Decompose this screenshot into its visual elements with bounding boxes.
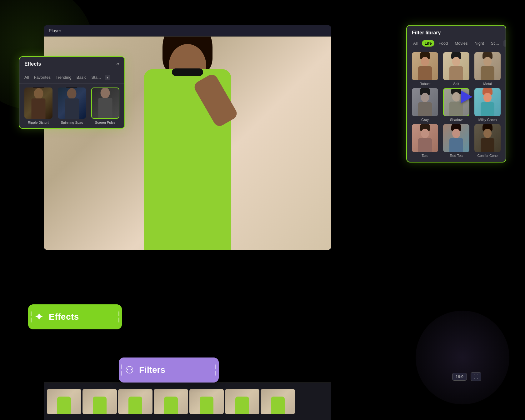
filters-grip-line-3 [215, 364, 216, 369]
aspect-ratio-button[interactable]: 16:9 [452, 373, 467, 381]
timeline-thumb-1 [47, 389, 81, 414]
filter-thumb-metal [474, 52, 501, 80]
filter-thumb-red-tea [443, 124, 469, 152]
cursor-arrow [461, 91, 472, 103]
effects-grip-right [118, 311, 119, 322]
effect-thumb-ripple [24, 88, 52, 119]
filter-label-salt: Salt [453, 82, 459, 86]
filter-item-red-tea[interactable]: Red Tea [442, 124, 471, 158]
effects-star-icon: ✦ [34, 311, 44, 322]
grip-line-1 [31, 311, 32, 316]
filter-fig-milky [481, 88, 494, 116]
filter-item-metal[interactable]: Metal [473, 52, 502, 86]
filter-tab-movies[interactable]: Movies [452, 40, 470, 47]
filter-item-robust[interactable]: Robust [411, 52, 439, 86]
effect-item-ripple[interactable]: Ripple Distorti [23, 88, 54, 124]
filter-fig-metal [481, 52, 494, 80]
timeline-bar [44, 382, 331, 420]
filter-tab-sc[interactable]: Sc... [488, 40, 502, 47]
filter-panel-title: Filter library [412, 30, 441, 35]
filter-item-milky-green[interactable]: Milky Green [473, 88, 502, 122]
filter-grid: Robust Salt Metal [407, 50, 506, 162]
filter-tab-all[interactable]: All [411, 40, 420, 47]
filter-label-gray: Gray [421, 118, 429, 122]
filters-grip-line-2 [121, 371, 122, 376]
effects-collapse-button[interactable]: « [116, 61, 119, 67]
effects-button-card[interactable]: ✦ Effects [28, 304, 122, 329]
filter-thumb-robust [412, 52, 438, 80]
filter-label-shadow: Shadow [450, 118, 462, 122]
timeline-thumb-4 [154, 389, 188, 414]
filter-fig-taro [418, 124, 432, 152]
effects-panel-header: Effects « [19, 57, 124, 71]
filter-thumb-milky-green [474, 88, 501, 116]
effect-item-spinning[interactable]: Spinning Spac [57, 88, 88, 124]
effect-thumb-spinning [58, 88, 86, 119]
grip-line-3 [118, 311, 119, 316]
filter-tab-life[interactable]: Life [422, 40, 434, 47]
filter-fig-robust [418, 52, 432, 80]
grip-line-4 [118, 318, 119, 322]
effects-tab-trending[interactable]: Trending [54, 74, 73, 80]
effects-tab-all[interactable]: All [23, 74, 30, 80]
subject-sunglasses [172, 68, 203, 76]
player-main-subject [109, 47, 266, 250]
filters-icon: ⚇ [125, 365, 134, 375]
filter-label-red-tea: Red Tea [450, 154, 463, 158]
effect-item-screen-pulse[interactable]: Screen Pulse [90, 88, 121, 124]
filter-item-taro[interactable]: Taro [411, 124, 439, 158]
timeline-thumb-7 [261, 389, 295, 414]
filters-button-card[interactable]: ⚇ Filters [119, 358, 219, 382]
filter-label-conifer-cone: Conifer Cone [478, 154, 498, 158]
filter-thumb-conifer-cone [474, 124, 501, 152]
timeline-thumb-5 [189, 389, 224, 414]
filter-item-conifer-cone[interactable]: Conifer Cone [473, 124, 502, 158]
filters-grip-left [121, 364, 122, 376]
filters-grip-line-4 [215, 371, 216, 376]
effect-label-spinning: Spinning Spac [61, 121, 83, 124]
effects-tab-basic[interactable]: Basic [75, 74, 88, 80]
filter-label-milky-green: Milky Green [478, 118, 497, 122]
filter-tab-food[interactable]: Food [436, 40, 451, 47]
filter-tabs: All Life Food Movies Night Sc... ▾ [407, 38, 506, 50]
filter-item-gray[interactable]: Gray [411, 88, 439, 122]
effects-grip-left [31, 311, 32, 322]
effects-button-label: Effects [49, 312, 79, 322]
effects-panel: Effects « All Favorites Trending Basic S… [19, 56, 125, 129]
timeline-thumb-2 [82, 389, 117, 414]
filters-grip-right [215, 364, 216, 376]
effects-panel-title: Effects [24, 61, 41, 67]
filter-tab-night[interactable]: Night [472, 40, 486, 47]
grip-line-2 [31, 318, 32, 322]
effects-tabs: All Favorites Trending Basic Sta... ▾ [19, 71, 124, 84]
timeline-thumb-3 [118, 389, 152, 414]
player-title: Player [49, 28, 61, 33]
effect-label-screen-pulse: Screen Pulse [95, 121, 115, 124]
player-header: Player [44, 25, 331, 37]
bg-decoration-2 [416, 311, 509, 404]
timeline-thumb-6 [225, 389, 259, 414]
filter-fig-redtea [449, 124, 463, 152]
filters-button-label: Filters [139, 365, 165, 375]
effect-label-ripple: Ripple Distorti [28, 121, 49, 124]
filter-fig-conifer [481, 124, 494, 152]
filter-panel: Filter library All Life Food Movies Nigh… [406, 25, 506, 162]
effects-grid: Ripple Distorti Spinning Spac [19, 84, 124, 128]
filter-label-metal: Metal [483, 82, 492, 86]
filter-thumb-salt [443, 52, 469, 80]
timeline-controls: 16:9 ⛶ [452, 372, 481, 381]
filter-panel-header: Filter library [407, 26, 506, 38]
fullscreen-button[interactable]: ⛶ [471, 372, 481, 381]
filter-label-robust: Robust [420, 82, 431, 86]
filter-thumb-taro [412, 124, 438, 152]
effects-tab-sta[interactable]: Sta... [90, 74, 102, 80]
effects-tab-more-button[interactable]: ▾ [105, 75, 110, 80]
filters-grip-line-1 [121, 364, 122, 369]
filter-item-salt[interactable]: Salt [442, 52, 471, 86]
filter-thumb-gray [412, 88, 438, 116]
filter-fig-salt [449, 52, 463, 80]
filter-tab-more-button[interactable]: ▾ [503, 40, 506, 47]
filter-fig-gray [418, 88, 432, 116]
effect-thumb-screen-pulse [91, 88, 119, 119]
effects-tab-favorites[interactable]: Favorites [32, 74, 52, 80]
